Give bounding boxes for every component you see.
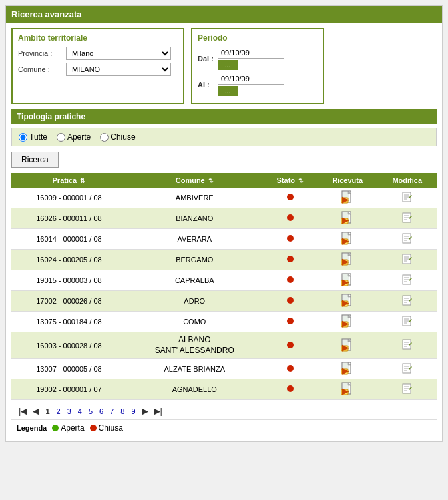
cell-modifica[interactable] bbox=[377, 208, 437, 229]
page-last-button[interactable]: ▶| bbox=[152, 405, 164, 417]
col-header-comune[interactable]: Comune ⇅ bbox=[126, 173, 263, 188]
cell-ricevuta[interactable]: ▶ bbox=[318, 208, 378, 229]
svg-text:▶: ▶ bbox=[342, 236, 349, 245]
tipologia-area: Tutte Aperte Chiuse bbox=[11, 128, 437, 146]
radio-tutte-input[interactable] bbox=[19, 133, 27, 142]
cell-modifica[interactable] bbox=[377, 379, 437, 400]
cell-comune: BERGAMO bbox=[126, 250, 263, 270]
cell-ricevuta[interactable]: ▶ bbox=[318, 332, 378, 359]
cell-stato bbox=[263, 291, 318, 312]
ricevuta-icon[interactable]: ▶ bbox=[341, 232, 354, 245]
table-header-row: Pratica ⇅ Comune ⇅ Stato ⇅ Ricevuta Modi… bbox=[11, 173, 437, 188]
col-header-stato[interactable]: Stato ⇅ bbox=[263, 173, 318, 188]
page-4[interactable]: 4 bbox=[75, 407, 85, 416]
page-1[interactable]: 1 bbox=[43, 407, 52, 416]
ricevuta-icon[interactable]: ▶ bbox=[341, 190, 354, 204]
page-3[interactable]: 3 bbox=[65, 407, 74, 416]
cell-modifica[interactable] bbox=[377, 229, 437, 250]
page-5[interactable]: 5 bbox=[86, 407, 95, 416]
comune-row: Comune : MILANO bbox=[18, 63, 178, 76]
cell-comune: AVERARA bbox=[126, 229, 263, 250]
cell-modifica[interactable] bbox=[377, 291, 437, 312]
svg-text:▶: ▶ bbox=[342, 366, 349, 375]
dal-calendar-button[interactable]: ... bbox=[218, 60, 238, 70]
table-row: 19015 - 000003 / 08CAPRALBA▶ bbox=[11, 270, 437, 291]
cell-modifica[interactable] bbox=[377, 270, 437, 291]
col-header-modifica: Modifica bbox=[377, 173, 437, 188]
cell-stato bbox=[263, 379, 318, 400]
modifica-icon[interactable] bbox=[401, 294, 413, 308]
legend-chiusa: Chiusa bbox=[90, 423, 123, 433]
al-calendar-button[interactable]: ... bbox=[218, 86, 238, 96]
dal-row: Dal : ... bbox=[198, 47, 318, 70]
cell-ricevuta[interactable]: ▶ bbox=[318, 312, 378, 332]
dal-input[interactable] bbox=[218, 47, 284, 59]
cell-ricevuta[interactable]: ▶ bbox=[318, 379, 378, 400]
status-red-dot bbox=[287, 318, 294, 324]
svg-text:▶: ▶ bbox=[342, 387, 349, 395]
col-header-pratica[interactable]: Pratica ⇅ bbox=[11, 173, 126, 188]
page-8[interactable]: 8 bbox=[118, 407, 127, 416]
cell-modifica[interactable] bbox=[377, 188, 437, 208]
modifica-icon[interactable] bbox=[401, 338, 413, 352]
cell-ricevuta[interactable]: ▶ bbox=[318, 291, 378, 312]
ricevuta-icon[interactable]: ▶ bbox=[341, 362, 354, 375]
comune-select[interactable]: MILANO bbox=[66, 63, 171, 76]
ricevuta-icon[interactable]: ▶ bbox=[341, 338, 354, 352]
page-next-button[interactable]: ▶ bbox=[140, 405, 150, 417]
page-9[interactable]: 9 bbox=[128, 407, 138, 416]
modifica-icon[interactable] bbox=[401, 362, 413, 376]
provincia-select[interactable]: Milano bbox=[66, 47, 171, 60]
status-red-dot bbox=[287, 194, 294, 200]
radio-chiuse-label: Chiuse bbox=[111, 132, 135, 142]
radio-chiuse-input[interactable] bbox=[100, 133, 109, 142]
modifica-icon[interactable] bbox=[401, 191, 413, 205]
svg-text:▶: ▶ bbox=[342, 278, 349, 286]
cell-ricevuta[interactable]: ▶ bbox=[318, 250, 378, 270]
ricevuta-icon[interactable]: ▶ bbox=[341, 211, 354, 224]
radio-chiuse[interactable]: Chiuse bbox=[100, 132, 135, 142]
modifica-icon[interactable] bbox=[401, 232, 413, 246]
comune-sort-icon: ⇅ bbox=[208, 178, 214, 184]
ricevuta-icon[interactable]: ▶ bbox=[341, 382, 354, 395]
page-7[interactable]: 7 bbox=[107, 407, 116, 416]
page-prev-button[interactable]: ◀ bbox=[31, 405, 41, 417]
radio-aperte[interactable]: Aperte bbox=[57, 132, 91, 142]
ricevuta-icon[interactable]: ▶ bbox=[341, 294, 354, 307]
page-first-button[interactable]: |◀ bbox=[17, 405, 29, 417]
ricevuta-icon[interactable]: ▶ bbox=[341, 252, 354, 266]
radio-aperte-input[interactable] bbox=[57, 133, 65, 142]
page-6[interactable]: 6 bbox=[97, 407, 106, 416]
cell-ricevuta[interactable]: ▶ bbox=[318, 359, 378, 379]
cell-comune: COMO bbox=[126, 312, 263, 332]
cell-modifica[interactable] bbox=[377, 312, 437, 332]
cell-comune: AMBIVERE bbox=[126, 188, 263, 208]
svg-text:▶: ▶ bbox=[342, 319, 349, 328]
cell-ricevuta[interactable]: ▶ bbox=[318, 270, 378, 291]
legend-area: Legenda Aperta Chiusa bbox=[11, 419, 437, 436]
cell-stato bbox=[263, 250, 318, 270]
svg-text:▶: ▶ bbox=[342, 343, 349, 352]
radio-tutte[interactable]: Tutte bbox=[19, 132, 47, 142]
status-red-dot bbox=[287, 385, 294, 392]
table-row: 17002 - 000026 / 08ADRO▶ bbox=[11, 291, 437, 312]
cell-stato bbox=[263, 359, 318, 379]
search-button[interactable]: Ricerca bbox=[11, 152, 59, 168]
stato-sort-icon: ⇅ bbox=[298, 178, 304, 184]
modifica-icon[interactable] bbox=[401, 274, 413, 288]
al-input[interactable] bbox=[218, 73, 284, 85]
cell-modifica[interactable] bbox=[377, 359, 437, 379]
cell-ricevuta[interactable]: ▶ bbox=[318, 229, 378, 250]
page-2[interactable]: 2 bbox=[54, 407, 63, 416]
modifica-icon[interactable] bbox=[401, 315, 413, 329]
cell-modifica[interactable] bbox=[377, 250, 437, 270]
cell-modifica[interactable] bbox=[377, 332, 437, 359]
ricevuta-icon[interactable]: ▶ bbox=[341, 314, 354, 328]
modifica-icon[interactable] bbox=[401, 253, 413, 267]
ricevuta-icon[interactable]: ▶ bbox=[341, 273, 354, 286]
cell-ricevuta[interactable]: ▶ bbox=[318, 188, 378, 208]
modifica-icon[interactable] bbox=[401, 383, 413, 397]
modifica-icon[interactable] bbox=[401, 212, 413, 226]
ambito-title: Ambito territoriale bbox=[18, 33, 178, 43]
cell-pratica: 16003 - 000028 / 08 bbox=[11, 332, 126, 359]
